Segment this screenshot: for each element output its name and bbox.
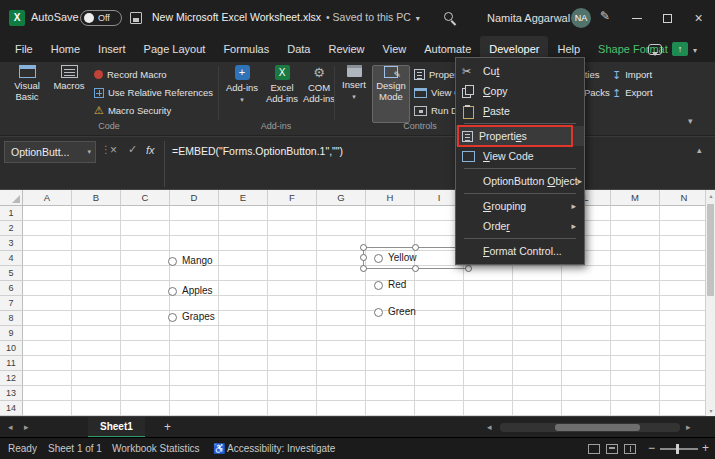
cancel-icon[interactable]: × (110, 143, 117, 157)
scroll-up-icon[interactable]: ▴ (706, 192, 715, 199)
row-header-2[interactable]: 2 (0, 221, 23, 236)
context-menu-item-grouping[interactable]: Grouping▸ (456, 196, 584, 216)
row-header-14[interactable]: 14 (0, 401, 23, 416)
excel-add-ins-button[interactable]: Excel Add-ins (262, 65, 302, 123)
column-header-N[interactable]: N (660, 190, 709, 206)
add-sheet-button[interactable] (164, 420, 171, 434)
enter-icon[interactable]: ✓ (128, 143, 137, 156)
selection-handle[interactable] (360, 265, 367, 272)
select-all-button[interactable] (0, 190, 23, 206)
comments-icon[interactable] (648, 44, 662, 55)
close-button[interactable]: × (682, 0, 715, 36)
optionbutton-green[interactable]: Green (370, 304, 440, 320)
row-header-5[interactable]: 5 (0, 266, 23, 281)
context-menu-item-optionbutton-object[interactable]: OptionButton Object▸ (456, 171, 584, 191)
accessibility-status[interactable]: Accessibility: Investigate (227, 443, 335, 454)
context-menu-item-copy[interactable]: Copy (456, 81, 584, 101)
excel-app-icon[interactable] (9, 10, 25, 26)
record-macro-button[interactable]: Record Macro (94, 67, 167, 82)
row-header-1[interactable]: 1 (0, 206, 23, 221)
row-header-4[interactable]: 4 (0, 251, 23, 266)
column-header-B[interactable]: B (72, 190, 121, 206)
design-mode-button[interactable]: Design Mode (372, 65, 410, 123)
page-break-view-icon[interactable] (624, 444, 636, 454)
collapse-formula-bar-icon[interactable]: ▴ (697, 145, 702, 155)
selection-handle[interactable] (465, 265, 472, 272)
tab-page-layout[interactable]: Page Layout (135, 36, 215, 62)
minimize-button[interactable] (622, 0, 652, 36)
account-name[interactable]: Namita Aggarwal (487, 12, 570, 24)
column-header-H[interactable]: H (366, 190, 415, 206)
optionbutton-mango[interactable]: Mango (164, 253, 234, 269)
row-header-10[interactable]: 10 (0, 341, 23, 356)
insert-function-button[interactable]: fx (146, 144, 155, 156)
hscroll-right-icon[interactable]: ▸ (686, 422, 691, 432)
collapse-ribbon-icon[interactable]: ▾ (688, 116, 693, 126)
search-button[interactable] (444, 12, 458, 26)
row-header-11[interactable]: 11 (0, 356, 23, 371)
context-menu-item-order[interactable]: Order▸ (456, 216, 584, 236)
sheet-nav-left-icon[interactable]: ◂ (8, 422, 13, 432)
tab-data[interactable]: Data (278, 36, 319, 62)
vertical-scrollbar-thumb[interactable] (707, 204, 714, 296)
pen-icon[interactable]: ✎ (600, 9, 610, 23)
export-button[interactable]: ↥ Export (612, 85, 653, 100)
macros-button[interactable]: Macros (50, 65, 88, 123)
row-header-6[interactable]: 6 (0, 281, 23, 296)
context-menu-item-properties[interactable]: Properties (456, 126, 584, 146)
visual-basic-button[interactable]: Visual Basic (6, 65, 48, 123)
autosave-toggle[interactable]: Off (80, 10, 122, 26)
row-header-13[interactable]: 13 (0, 386, 23, 401)
optionbutton-grapes[interactable]: Grapes (164, 309, 234, 325)
tab-view[interactable]: View (374, 36, 416, 62)
formula-input[interactable]: =EMBED("Forms.OptionButton.1","") (172, 145, 343, 157)
normal-view-icon[interactable] (588, 444, 600, 454)
maximize-button[interactable] (652, 0, 682, 36)
chevron-down-icon[interactable]: ▾ (87, 142, 91, 162)
column-header-C[interactable]: C (121, 190, 170, 206)
tab-file[interactable]: File (6, 36, 42, 62)
cell-area[interactable] (23, 206, 715, 416)
column-header-D[interactable]: D (170, 190, 219, 206)
share-icon[interactable] (672, 42, 688, 56)
sheet-tab-sheet1[interactable]: Sheet1 (88, 417, 145, 438)
sheet-nav-right-icon[interactable]: ▸ (24, 422, 29, 432)
row-header-9[interactable]: 9 (0, 326, 23, 341)
macro-security-button[interactable]: ⚠ Macro Security (94, 103, 171, 118)
column-header-G[interactable]: G (317, 190, 366, 206)
row-header-3[interactable]: 3 (0, 236, 23, 251)
selection-handle[interactable] (412, 265, 419, 272)
avatar[interactable]: NA (571, 8, 591, 28)
tab-home[interactable]: Home (42, 36, 89, 62)
context-menu-item-paste[interactable]: Paste (456, 101, 584, 121)
hscroll-left-icon[interactable]: ◂ (487, 422, 492, 432)
tab-insert[interactable]: Insert (89, 36, 135, 62)
column-header-A[interactable]: A (23, 190, 72, 206)
chevron-down-icon[interactable]: ▾ (693, 46, 697, 55)
selection-handle[interactable] (360, 254, 367, 261)
optionbutton-apples[interactable]: Apples (164, 283, 234, 299)
horizontal-scrollbar-thumb[interactable] (555, 424, 640, 431)
context-menu-item-format-control[interactable]: Format Control... (456, 241, 584, 261)
column-header-M[interactable]: M (611, 190, 660, 206)
selected-optionbutton-yellow[interactable]: Yellow (363, 247, 469, 269)
context-menu-item-cut[interactable]: Cut (456, 61, 584, 81)
row-header-12[interactable]: 12 (0, 371, 23, 386)
add-ins-button[interactable]: Add-ins ▾ (224, 65, 260, 123)
zoom-slider-knob[interactable] (676, 444, 679, 454)
column-header-E[interactable]: E (219, 190, 268, 206)
insert-control-button[interactable]: Insert ▾ (338, 65, 370, 123)
use-relative-references-button[interactable]: Use Relative References (94, 85, 213, 100)
page-layout-view-icon[interactable] (606, 444, 618, 454)
row-header-7[interactable]: 7 (0, 296, 23, 311)
document-title[interactable]: New Microsoft Excel Worksheet.xlsx• Save… (152, 11, 420, 23)
zoom-in-button[interactable]: + (702, 441, 709, 455)
tab-formulas[interactable]: Formulas (214, 36, 278, 62)
scroll-down-icon[interactable]: ▾ (706, 407, 715, 414)
tab-shape-format[interactable]: Shape Format (589, 36, 677, 62)
horizontal-scrollbar[interactable] (500, 423, 680, 432)
zoom-out-button[interactable]: − (648, 441, 655, 455)
selection-handle[interactable] (412, 244, 419, 251)
row-header-8[interactable]: 8 (0, 311, 23, 326)
zoom-slider[interactable] (660, 448, 698, 450)
